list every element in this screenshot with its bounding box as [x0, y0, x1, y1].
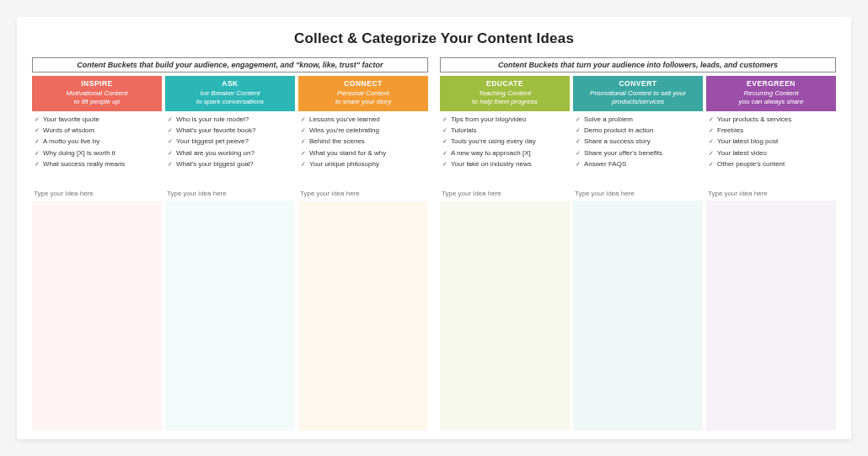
group-convert-audience: Content Buckets that turn your audience … — [440, 57, 836, 431]
list-item: Your biggest pet peeve? — [167, 137, 293, 146]
idea-input-wrap — [706, 182, 836, 201]
bucket-subtitle: Recurring Content — [708, 89, 834, 98]
idea-input-wrap — [573, 182, 703, 201]
list-item: What are you working on? — [167, 149, 293, 158]
idea-input-wrap — [440, 182, 570, 201]
list-item: Answer FAQS — [575, 160, 701, 169]
idea-input-wrap — [32, 182, 162, 201]
bucket-name: ASK — [167, 79, 293, 89]
bucket-name: CONNECT — [300, 79, 426, 89]
idea-input-wrap — [165, 182, 295, 201]
idea-input[interactable] — [167, 190, 293, 197]
list-item: Your take on industry news — [442, 160, 568, 169]
idea-input[interactable] — [708, 190, 834, 197]
bucket-body — [165, 201, 295, 431]
bucket-list: Tips from your blog/video Tutorials Tool… — [440, 111, 570, 177]
buckets-row: EDUCATE Teaching Content to help them pr… — [440, 76, 836, 431]
list-item: Share your offer's benefits — [575, 149, 701, 158]
bucket-body — [440, 201, 570, 431]
bucket-subtitle: Teaching Content — [442, 89, 568, 98]
list-item: Demo product in action — [575, 126, 701, 135]
group-header: Content Buckets that build your audience… — [32, 57, 428, 72]
list-item: A motto you live by — [34, 137, 160, 146]
bucket-list: Lessons you've learned Wins you're celeb… — [298, 111, 428, 177]
bucket-tagline: to lift people up — [34, 98, 160, 106]
bucket-subtitle: Motivational Content — [34, 89, 160, 98]
bucket-subtitle: Personal Content — [300, 89, 426, 98]
list-item: What's your biggest goal? — [167, 160, 293, 169]
bucket-name: EVERGREEN — [708, 79, 834, 89]
list-item: Tools you're using every day — [442, 137, 568, 146]
page-title: Collect & Categorize Your Content Ideas — [32, 30, 836, 47]
bucket-name: EDUCATE — [442, 79, 568, 89]
list-item: Your products & services — [708, 115, 834, 124]
list-item: What success really means — [34, 160, 160, 169]
list-item: Other people's content — [708, 160, 834, 169]
idea-input[interactable] — [442, 190, 568, 197]
list-item: Behind the scenes — [300, 137, 426, 146]
bucket-body — [706, 201, 836, 431]
bucket-list: Your favorite quote Words of wisdom A mo… — [32, 111, 162, 177]
bucket-tagline: to help them progress — [442, 98, 568, 106]
bucket-body — [32, 201, 162, 431]
list-item: Your unique philosophy — [300, 160, 426, 169]
list-item: Wins you're celebrating — [300, 126, 426, 135]
bucket-header: INSPIRE Motivational Content to lift peo… — [32, 76, 162, 111]
bucket-list: Solve a problem Demo product in action S… — [573, 111, 703, 177]
list-item: What's your favorite book? — [167, 126, 293, 135]
list-item: Tutorials — [442, 126, 568, 135]
bucket-inspire: INSPIRE Motivational Content to lift peo… — [32, 76, 162, 431]
group-header: Content Buckets that turn your audience … — [440, 57, 836, 72]
bucket-name: CONVERT — [575, 79, 701, 89]
bucket-list: Your products & services Freebies Your l… — [706, 111, 836, 177]
bucket-tagline: you can always share — [708, 98, 834, 106]
bucket-list: Who is your role model? What's your favo… — [165, 111, 295, 177]
bucket-tagline: products/services — [575, 98, 701, 106]
list-item: Words of wisdom — [34, 126, 160, 135]
list-item: Your favorite quote — [34, 115, 160, 124]
bucket-tagline: to share your story — [300, 98, 426, 106]
list-item: Tips from your blog/video — [442, 115, 568, 124]
list-item: Your latest blog post — [708, 137, 834, 146]
worksheet-sheet: Collect & Categorize Your Content Ideas … — [17, 17, 851, 439]
bucket-header: EDUCATE Teaching Content to help them pr… — [440, 76, 570, 111]
list-item: Share a success story — [575, 137, 701, 146]
bucket-header: CONVERT Promotional Content to sell your… — [573, 76, 703, 111]
bucket-header: CONNECT Personal Content to share your s… — [298, 76, 428, 111]
bucket-ask: ASK Ice Breaker Content to spark convers… — [165, 76, 295, 431]
bucket-evergreen: EVERGREEN Recurring Content you can alwa… — [706, 76, 836, 431]
idea-input[interactable] — [34, 190, 160, 197]
bucket-subtitle: Ice Breaker Content — [167, 89, 293, 98]
list-item: Lessons you've learned — [300, 115, 426, 124]
list-item: Your latest video — [708, 149, 834, 158]
list-item: What you stand for & why — [300, 149, 426, 158]
idea-input[interactable] — [575, 190, 701, 197]
bucket-body — [573, 201, 703, 431]
group-build-audience: Content Buckets that build your audience… — [32, 57, 428, 431]
bucket-tagline: to spark conversations — [167, 98, 293, 106]
bucket-name: INSPIRE — [34, 79, 160, 89]
bucket-connect: CONNECT Personal Content to share your s… — [298, 76, 428, 431]
bucket-header: EVERGREEN Recurring Content you can alwa… — [706, 76, 836, 111]
idea-input-wrap — [298, 182, 428, 201]
list-item: Freebies — [708, 126, 834, 135]
bucket-body — [298, 201, 428, 431]
bucket-educate: EDUCATE Teaching Content to help them pr… — [440, 76, 570, 431]
bucket-subtitle: Promotional Content to sell your — [575, 89, 701, 98]
groups-row: Content Buckets that build your audience… — [32, 57, 836, 431]
list-item: A new way to approach [X] — [442, 149, 568, 158]
bucket-convert: CONVERT Promotional Content to sell your… — [573, 76, 703, 431]
list-item: Who is your role model? — [167, 115, 293, 124]
list-item: Solve a problem — [575, 115, 701, 124]
bucket-header: ASK Ice Breaker Content to spark convers… — [165, 76, 295, 111]
idea-input[interactable] — [300, 190, 426, 197]
buckets-row: INSPIRE Motivational Content to lift peo… — [32, 76, 428, 431]
list-item: Why doing [X] is worth it — [34, 149, 160, 158]
